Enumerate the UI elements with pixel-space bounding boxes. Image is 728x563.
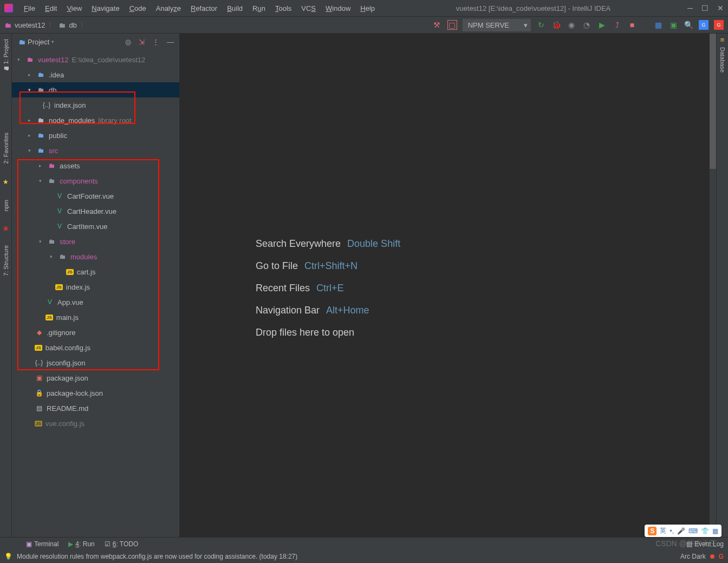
google-icon[interactable]: G: [714, 20, 724, 30]
tab-database[interactable]: Database: [718, 44, 727, 76]
folder-icon: 🖿: [37, 147, 46, 154]
expand-icon[interactable]: ▾: [39, 239, 44, 244]
expand-icon[interactable]: ▾: [17, 57, 23, 62]
tree-readme[interactable]: ▤ README.md: [12, 401, 179, 416]
breadcrumb[interactable]: 🖿 vuetest12 〉 🖿 db 〉: [4, 20, 432, 30]
tab-project[interactable]: 🖿1: Project: [2, 36, 10, 75]
menu-navigate[interactable]: Navigate: [87, 2, 123, 15]
terminal-icon[interactable]: ▣: [668, 20, 678, 30]
status-dot-icon: [710, 554, 714, 559]
expand-icon[interactable]: ▸: [28, 117, 34, 123]
left-toolwindow-bar: 🖿1: Project 2: Favorites ★ npm ▣ 7: Stru…: [0, 34, 12, 537]
tree-cartheader[interactable]: V CartHeader.vue: [12, 204, 179, 219]
tree-node-modules[interactable]: ▸ 🖿 node_modules library root: [12, 113, 179, 128]
minimize-panel-icon[interactable]: —: [165, 37, 176, 47]
expand-icon[interactable]: ▾: [28, 87, 34, 93]
google-icon[interactable]: G: [719, 553, 724, 560]
ime-icon[interactable]: •,: [670, 527, 674, 535]
menu-build[interactable]: Build: [223, 2, 247, 15]
expand-icon[interactable]: ▸: [28, 133, 34, 138]
event-log[interactable]: ▤ Event Log: [686, 540, 724, 548]
json-icon: {..}: [42, 101, 51, 109]
tree-public[interactable]: ▸ 🖿 public: [12, 128, 179, 143]
tree-jsconfig[interactable]: {..} jsconfig.json: [12, 355, 179, 370]
rerun-icon[interactable]: ↻: [536, 20, 546, 30]
coverage-icon[interactable]: ◉: [567, 20, 576, 30]
tab-terminal[interactable]: ▣ Terminal: [26, 540, 58, 548]
menu-analyze[interactable]: Analyze: [152, 2, 185, 15]
tree-src[interactable]: ▾ 🖿 src: [12, 143, 179, 158]
tab-run[interactable]: ▶ 4: Run: [68, 540, 94, 548]
tree-cartitem[interactable]: V CartItem.vue: [12, 219, 179, 234]
hammer-icon[interactable]: ⚒: [432, 20, 442, 30]
run-config-dropdown[interactable]: NPM SERVE: [463, 19, 531, 31]
tree-components[interactable]: ▾ 🖿 components: [12, 173, 179, 188]
tab-npm[interactable]: npm: [2, 197, 10, 214]
translate-icon[interactable]: G: [699, 20, 708, 30]
tree-store[interactable]: ▾ 🖿 store: [12, 234, 179, 249]
ime-menu-icon[interactable]: ▦: [712, 527, 718, 535]
tree-babel[interactable]: JS babel.config.js: [12, 340, 179, 355]
menu-view[interactable]: View: [62, 2, 86, 15]
expand-icon[interactable]: ▸: [39, 163, 44, 168]
minimize-button[interactable]: ─: [687, 4, 693, 12]
drop-message: Drop files here to open: [256, 327, 354, 338]
menu-edit[interactable]: Edit: [41, 2, 61, 15]
expand-icon[interactable]: ▾: [39, 178, 44, 184]
scrollbar[interactable]: [710, 34, 716, 537]
debug-icon[interactable]: ⤴: [612, 20, 622, 30]
menu-code[interactable]: Code: [125, 2, 151, 15]
menu-tools[interactable]: Tools: [271, 2, 296, 15]
tree-db[interactable]: ▾ 🖿 db: [12, 82, 179, 97]
star-icon: ★: [3, 178, 9, 186]
run-target-icon[interactable]: ▢: [447, 20, 457, 30]
tab-todo[interactable]: ☑ 6: TODO: [105, 540, 139, 548]
ime-skin-icon[interactable]: 👕: [701, 527, 709, 535]
tree-appvue[interactable]: V App.vue: [12, 294, 179, 310]
play-icon[interactable]: ▶: [597, 20, 607, 30]
tree-cartjs[interactable]: JS cart.js: [12, 264, 179, 279]
tree-root[interactable]: ▾ 🖿 vuetest12 E:\idea_code\vuetest12: [12, 52, 179, 67]
close-button[interactable]: ✕: [717, 4, 724, 12]
git-icon: ◆: [35, 329, 43, 336]
menu-window[interactable]: Window: [321, 2, 355, 15]
tree-packagejson[interactable]: ▣ package.json: [12, 370, 179, 385]
profile-icon[interactable]: ◔: [582, 20, 592, 30]
menu-refactor[interactable]: Refactor: [186, 2, 222, 15]
search-icon[interactable]: 🔍: [684, 20, 693, 30]
tree-assets[interactable]: ▸ 🖿 assets: [12, 158, 179, 173]
theme-indicator[interactable]: Arc Dark: [680, 553, 706, 560]
tree-index-json[interactable]: {..} index.json: [12, 97, 179, 113]
menu-help[interactable]: Help: [356, 2, 379, 15]
stop-icon[interactable]: ■: [627, 20, 637, 30]
tree-modules[interactable]: ▾ 🖿 modules: [12, 249, 179, 264]
menu-run[interactable]: Run: [248, 2, 270, 15]
menu-file[interactable]: File: [20, 2, 40, 15]
more-icon[interactable]: ⋮: [150, 37, 161, 47]
tab-favorites[interactable]: 2: Favorites: [2, 129, 10, 167]
tree-gitignore[interactable]: ◆ .gitignore: [12, 325, 179, 340]
collapse-icon[interactable]: ⇲: [136, 37, 147, 47]
project-dropdown[interactable]: 🖿 Project ▾: [15, 37, 57, 47]
tab-structure[interactable]: 7: Structure: [2, 242, 10, 279]
target-icon[interactable]: ◎: [123, 37, 133, 47]
ime-keyboard-icon[interactable]: ⌨: [688, 527, 698, 535]
tree-vueconfig[interactable]: JS vue.config.js: [12, 416, 179, 431]
tree-mainjs[interactable]: JS main.js: [12, 310, 179, 325]
grid-icon[interactable]: ▦: [653, 20, 663, 30]
menu-vcs[interactable]: VCS: [297, 2, 320, 15]
tree-packagelock[interactable]: 🔒 package-lock.json: [12, 385, 179, 401]
maximize-button[interactable]: ☐: [701, 4, 708, 12]
bulb-icon[interactable]: 💡: [4, 553, 12, 560]
bug-icon[interactable]: 🐞: [551, 20, 561, 30]
breadcrumb-root[interactable]: vuetest12: [15, 21, 45, 29]
breadcrumb-child[interactable]: db: [69, 21, 76, 29]
expand-icon[interactable]: ▾: [50, 254, 55, 259]
ime-mic-icon[interactable]: 🎤: [677, 527, 685, 535]
tree-store-index[interactable]: JS index.js: [12, 279, 179, 294]
tree-cartfooter[interactable]: V CartFooter.vue: [12, 188, 179, 204]
tree-idea[interactable]: ▸ 🖿 .idea: [12, 67, 179, 82]
expand-icon[interactable]: ▾: [28, 148, 34, 153]
expand-icon[interactable]: ▸: [28, 72, 34, 77]
ime-toolbar[interactable]: S 英 •, 🎤 ⌨ 👕 ▦: [645, 525, 722, 537]
